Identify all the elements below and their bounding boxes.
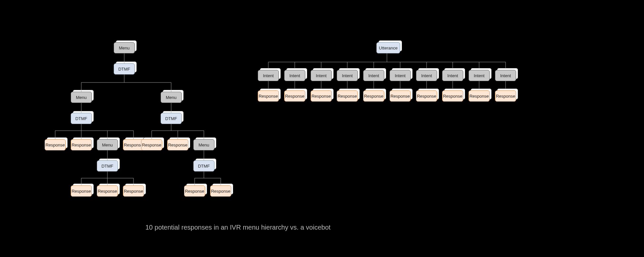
intent-node: Intent xyxy=(469,70,490,81)
response-node: Response xyxy=(210,185,231,197)
menu-node: Menu xyxy=(193,139,214,150)
response-node: Response xyxy=(184,185,205,197)
intent-node: Intent xyxy=(416,70,437,81)
response-node: Response xyxy=(416,90,437,102)
response-node: Response xyxy=(258,90,279,102)
intent-node: Intent xyxy=(258,70,279,81)
dtmf-node: DTMF xyxy=(193,160,214,172)
intent-node: Intent xyxy=(495,70,516,81)
response-node: Response xyxy=(123,185,144,197)
dtmf-node: DTMF xyxy=(161,113,182,124)
menu-node: Menu xyxy=(161,92,182,103)
caption: 10 potential responses in an IVR menu hi… xyxy=(145,224,330,231)
response-node: Response xyxy=(71,185,92,197)
response-node: Response xyxy=(469,90,490,102)
response-node: Response xyxy=(495,90,516,102)
response-node: Response xyxy=(71,139,92,150)
response-node: Response xyxy=(167,139,188,150)
dtmf-node: DTMF xyxy=(97,160,118,172)
menu-node: Menu xyxy=(114,42,135,53)
response-node: Response xyxy=(337,90,358,102)
response-node: Response xyxy=(390,90,411,102)
intent-node: Intent xyxy=(337,70,358,81)
response-node: Response xyxy=(97,185,118,197)
intent-node: Intent xyxy=(390,70,411,81)
response-node: Response xyxy=(363,90,384,102)
intent-node: Intent xyxy=(284,70,305,81)
connectors-left xyxy=(0,0,241,211)
intent-node: Intent xyxy=(311,70,332,81)
response-node: Response xyxy=(311,90,332,102)
intent-node: Intent xyxy=(363,70,384,81)
response-node: Response xyxy=(141,139,162,150)
response-node: Response xyxy=(45,139,66,150)
dtmf-node: DTMF xyxy=(71,113,92,124)
response-node: Response xyxy=(284,90,305,102)
menu-node: Menu xyxy=(97,139,118,150)
diagram-stage: Menu DTMF Menu Menu DTMF DTMF Response R… xyxy=(0,0,644,257)
intent-node: Intent xyxy=(442,70,463,81)
response-node: Response xyxy=(442,90,463,102)
utterance-node: Utterance xyxy=(376,42,400,53)
menu-node: Menu xyxy=(71,92,92,103)
dtmf-node: DTMF xyxy=(114,63,135,75)
